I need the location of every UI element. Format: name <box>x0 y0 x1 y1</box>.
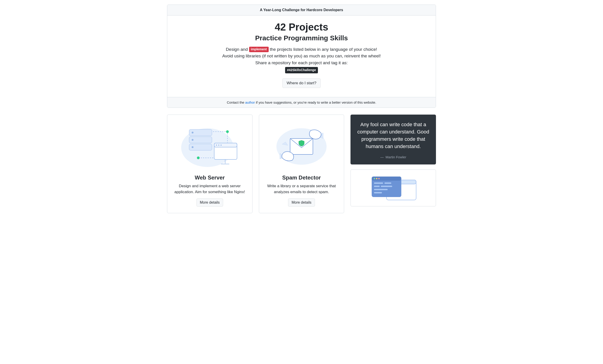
lead-line3: Share a repository for each project and … <box>208 59 395 66</box>
mail-shield-icon <box>272 123 331 168</box>
panel-footer: Contact the author if you have suggestio… <box>167 97 436 108</box>
more-details-button[interactable]: More details <box>288 198 315 207</box>
svg-point-6 <box>192 146 194 148</box>
project-card-spam-detector: Spam Detector Write a library or a separ… <box>259 114 344 213</box>
lead-line1b: the projects listed below in any languag… <box>269 47 377 52</box>
lead-line1a: Design and <box>226 47 249 52</box>
intro-panel: A Year-Long Challenge for Hardcore Devel… <box>167 5 436 108</box>
svg-rect-29 <box>374 189 388 190</box>
project-desc: Write a library or a separate service th… <box>265 183 339 195</box>
server-monitor-icon <box>180 123 239 168</box>
hero: 42 Projects Practice Programming Skills … <box>167 15 436 97</box>
svg-rect-28 <box>381 186 392 187</box>
sidebar-column: Any fool can write code that a computer … <box>350 114 436 213</box>
svg-point-8 <box>197 157 200 159</box>
svg-point-24 <box>378 178 380 179</box>
quote-author: Martin Fowler <box>356 155 430 159</box>
panel-tagline: A Year-Long Challenge for Hardcore Devel… <box>167 5 436 15</box>
page-title: 42 Projects <box>173 22 430 33</box>
svg-point-12 <box>218 145 220 146</box>
svg-point-2 <box>192 132 194 134</box>
author-link[interactable]: author <box>245 101 255 104</box>
svg-point-4 <box>192 139 194 141</box>
svg-rect-27 <box>374 186 380 187</box>
spam-detector-illustration <box>265 120 339 171</box>
svg-point-7 <box>226 130 229 133</box>
svg-point-22 <box>374 178 375 179</box>
project-title: Web Server <box>173 174 247 181</box>
svg-point-13 <box>220 145 222 146</box>
code-windows-icon <box>365 174 422 202</box>
lead-line2: Avoid using libraries (if not written by… <box>208 53 395 59</box>
where-start-button[interactable]: Where do I start? <box>282 78 321 88</box>
svg-point-11 <box>216 145 217 146</box>
hashtag-label: #42SkillsChallenge <box>285 67 318 73</box>
secondary-illustration-card <box>350 170 436 206</box>
svg-rect-26 <box>384 182 391 184</box>
svg-rect-30 <box>374 192 382 193</box>
implement-label: implement <box>249 47 269 52</box>
svg-rect-10 <box>214 143 237 147</box>
svg-point-23 <box>376 178 377 179</box>
footer-pre: Contact the <box>227 101 245 104</box>
svg-rect-25 <box>374 182 383 184</box>
more-details-button[interactable]: More details <box>197 198 223 207</box>
page-subtitle: Practice Programming Skills <box>173 34 430 42</box>
project-desc: Design and implement a web server applic… <box>173 183 247 195</box>
quote-card: Any fool can write code that a computer … <box>350 114 436 164</box>
footer-post: if you have suggestions, or you're ready… <box>255 101 376 104</box>
project-title: Spam Detector <box>265 174 339 181</box>
project-card-web-server: Web Server Design and implement a web se… <box>167 114 253 213</box>
quote-text: Any fool can write code that a computer … <box>356 121 430 150</box>
content-grid: Web Server Design and implement a web se… <box>167 114 436 213</box>
web-server-illustration <box>173 120 247 171</box>
lead-text: Design and implement the projects listed… <box>208 46 395 73</box>
